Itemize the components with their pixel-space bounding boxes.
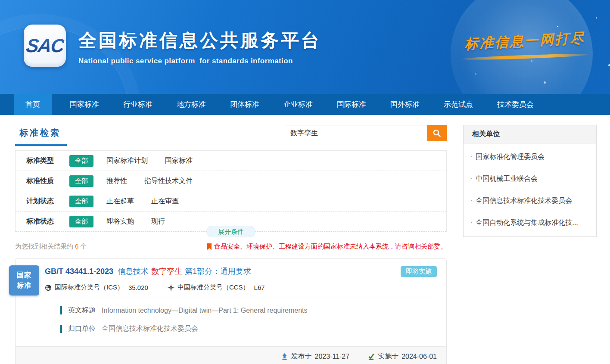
implement-check-icon [367, 353, 375, 360]
related-unit-link[interactable]: 中国机械工业联合会 [464, 168, 596, 190]
nav-item-international-standards[interactable]: 国际标准 [325, 94, 378, 115]
badge-line1: 国家 [17, 270, 31, 280]
filter-label: 计划状态 [26, 197, 69, 206]
related-unit-link[interactable]: 全国信息技术标准化技术委员会 [464, 190, 596, 212]
filter-label: 标准状态 [26, 217, 69, 226]
standard-title-link[interactable]: GB/T 43441.1-2023信息技术数字孪生第1部分：通用要求 [45, 266, 251, 277]
notice: 食品安全、环境保护、工程建设方面的国家标准未纳入本系统，请咨询相关部委。 [207, 243, 447, 251]
ics-value: 35.020 [128, 284, 148, 291]
notice-text: 食品安全、环境保护、工程建设方面的国家标准未纳入本系统，请咨询相关部委。 [214, 243, 447, 251]
site-header: SAC 全国标准信息公共服务平台 National public service… [0, 0, 610, 94]
filter-option[interactable]: 指导性技术文件 [144, 177, 193, 186]
filter-all-button[interactable]: 全部 [69, 175, 93, 187]
related-units-title: 相关单位 [464, 125, 596, 143]
filter-option[interactable]: 即将实施 [106, 217, 134, 226]
implement-date-item: 实施于 2024-06-01 [367, 352, 437, 361]
bookmark-icon [207, 243, 212, 250]
search-input[interactable] [285, 125, 427, 141]
sparkle-dots [557, 26, 558, 27]
filter-row-standard-nature: 标准性质 全部 推荐性 指导性技术文件 [16, 171, 446, 191]
publish-icon [281, 353, 288, 360]
ccs-meta: 中国标准分类号（CCS） L67 [168, 283, 265, 292]
nav-item-pilot[interactable]: 示范试点 [432, 94, 485, 115]
standard-title-rest: 第1部分：通用要求 [185, 267, 251, 276]
search-button[interactable] [427, 125, 447, 141]
card-title-row: GB/T 43441.1-2023信息技术数字孪生第1部分：通用要求 即将实施 [45, 266, 437, 277]
search-section: 标准检索 [15, 125, 447, 146]
filter-row-plan-status: 计划状态 全部 正在起草 正在审查 [16, 191, 446, 212]
filter-panel: 标准类型 全部 国家标准计划 国家标准 标准性质 全部 推荐性 指导性技术文件 … [15, 150, 447, 232]
related-unit-link[interactable]: 全国自动化系统与集成标准化技... [464, 212, 596, 234]
filter-option[interactable]: 正在起草 [106, 197, 134, 206]
result-count-number: 6 [75, 243, 78, 250]
publish-date-item: 发布于 2023-11-27 [281, 352, 350, 361]
main-nav: 首页 国家标准 行业标准 地方标准 团体标准 企业标准 国际标准 国外标准 示范… [0, 94, 610, 115]
detail-label: 归口单位 [68, 324, 96, 333]
filter-option[interactable]: 现行 [151, 217, 165, 226]
main-content: 标准检索 标准类型 全部 国家标准计划 国家标准 标准性质 全部 [0, 115, 610, 364]
site-title-block: 全国标准信息公共服务平台 National public service pla… [78, 28, 321, 65]
nav-item-industry-standards[interactable]: 行业标准 [111, 94, 165, 115]
related-units-list: 国家标准化管理委员会 中国机械工业联合会 全国信息技术标准化技术委员会 全国自动… [464, 143, 596, 236]
compass-icon [168, 284, 174, 291]
search-icon [433, 129, 441, 137]
detail-bar [60, 325, 62, 333]
detail-row-english-title: 英文标题 Information technology—Digital twin… [60, 306, 437, 315]
nav-item-national-standards[interactable]: 国家标准 [58, 94, 111, 115]
ics-meta: 国际标准分类号（ICS） 35.020 [45, 283, 148, 292]
card-details: 英文标题 Information technology—Digital twin… [45, 298, 437, 344]
sac-logo[interactable]: SAC [24, 25, 66, 67]
nav-item-enterprise-standards[interactable]: 企业标准 [271, 94, 325, 115]
ccs-label: 中国标准分类号（CCS） [177, 283, 249, 292]
result-count: 为您找到相关结果约6个 [15, 243, 87, 251]
filter-option[interactable]: 推荐性 [106, 177, 127, 186]
detail-label: 英文标题 [68, 306, 96, 315]
detail-value: 全国信息技术标准化技术委员会 [102, 324, 198, 333]
publish-label: 发布于 [291, 352, 312, 361]
implement-date: 2024-06-01 [401, 353, 437, 361]
ics-label: 国际标准分类号（ICS） [55, 283, 124, 292]
filter-all-button[interactable]: 全部 [69, 196, 93, 207]
result-card: 国家 标准 GB/T 43441.1-2023信息技术数字孪生第1部分：通用要求… [15, 258, 447, 364]
nav-item-home[interactable]: 首页 [14, 94, 52, 115]
tab-standard-search[interactable]: 标准检索 [15, 125, 67, 146]
expand-conditions-button[interactable]: 展开条件 [206, 226, 255, 237]
related-unit-link[interactable]: 国家标准化管理委员会 [464, 146, 596, 168]
standard-title-highlight: 数字孪生 [151, 267, 182, 276]
result-count-prefix: 为您找到相关结果约 [15, 243, 73, 250]
national-standard-badge: 国家 标准 [9, 265, 39, 296]
filter-label: 标准类型 [26, 156, 69, 165]
ccs-value: L67 [254, 284, 265, 291]
nav-item-technical-committee[interactable]: 技术委员会 [485, 94, 546, 115]
status-badge: 即将实施 [401, 266, 437, 277]
nav-item-local-standards[interactable]: 地方标准 [165, 94, 218, 115]
globe-icon [45, 284, 52, 291]
card-meta-row: 国际标准分类号（ICS） 35.020 中国标准分类号（CCS） L67 [45, 283, 437, 292]
result-meta-row: 为您找到相关结果约6个 食品安全、环境保护、工程建设方面的国家标准未纳入本系统，… [15, 243, 447, 251]
nav-item-group-standards[interactable]: 团体标准 [218, 94, 271, 115]
implement-label: 实施于 [378, 352, 398, 361]
filter-option[interactable]: 国家标准计划 [106, 156, 148, 165]
detail-bar [60, 306, 62, 314]
standard-code: GB/T 43441.1-2023 [45, 267, 113, 276]
standard-title-text: 信息技术 [118, 267, 149, 276]
site-title: 全国标准信息公共服务平台 [78, 28, 321, 53]
nav-item-foreign-standards[interactable]: 国外标准 [378, 94, 432, 115]
site-subtitle: National public service platform for sta… [78, 57, 321, 65]
filter-option[interactable]: 国家标准 [165, 156, 193, 165]
result-count-suffix: 个 [80, 243, 87, 250]
card-footer: 发布于 2023-11-27 实施于 2024-06-01 [16, 346, 446, 364]
card-main: GB/T 43441.1-2023信息技术数字孪生第1部分：通用要求 即将实施 … [16, 259, 446, 346]
filter-row-standard-type: 标准类型 全部 国家标准计划 国家标准 [16, 151, 446, 171]
detail-row-committee: 归口单位 全国信息技术标准化技术委员会 [60, 324, 437, 333]
related-units-panel: 相关单位 国家标准化管理委员会 中国机械工业联合会 全国信息技术标准化技术委员会… [463, 125, 597, 237]
sac-logo-text: SAC [25, 35, 65, 56]
detail-value: Information technology—Digital twin—Part… [102, 307, 308, 314]
content-column: 标准检索 标准类型 全部 国家标准计划 国家标准 标准性质 全部 [15, 125, 447, 364]
search-box [285, 125, 447, 141]
filter-all-button[interactable]: 全部 [69, 216, 93, 227]
filter-all-button[interactable]: 全部 [69, 155, 93, 167]
filter-label: 标准性质 [26, 177, 69, 186]
filter-option[interactable]: 正在审查 [151, 197, 179, 206]
badge-line2: 标准 [17, 280, 31, 291]
